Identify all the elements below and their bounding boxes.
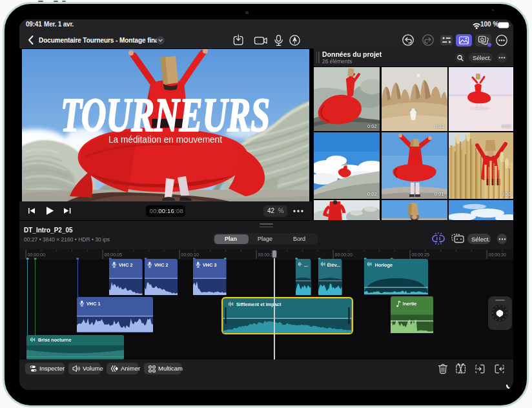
svg-text:VHC 3: VHC 3 <box>203 262 217 268</box>
svg-text:00:00:30: 00:00:30 <box>489 252 506 257</box>
svg-text:VHC 2: VHC 2 <box>119 262 133 268</box>
svg-text:00:00:20: 00:00:20 <box>335 252 353 257</box>
svg-text:VHC 1: VHC 1 <box>87 301 101 307</box>
svg-text:Horloge: Horloge <box>375 262 393 268</box>
svg-text:00:00:05: 00:00:05 <box>105 252 122 257</box>
svg-text:...: ... <box>304 262 308 268</box>
svg-text:Inertie: Inertie <box>403 301 417 307</box>
svg-text:Brise nocturne: Brise nocturne <box>38 337 72 343</box>
svg-text:La méditation en mouvement: La méditation en mouvement <box>108 134 223 145</box>
svg-text:00:00:25: 00:00:25 <box>412 252 429 257</box>
svg-text:00:00:00: 00:00:00 <box>28 252 45 257</box>
svg-text:Élév...: Élév... <box>327 262 341 268</box>
svg-text:VHC 2: VHC 2 <box>154 262 169 268</box>
svg-text:00:00:10: 00:00:10 <box>181 252 199 257</box>
